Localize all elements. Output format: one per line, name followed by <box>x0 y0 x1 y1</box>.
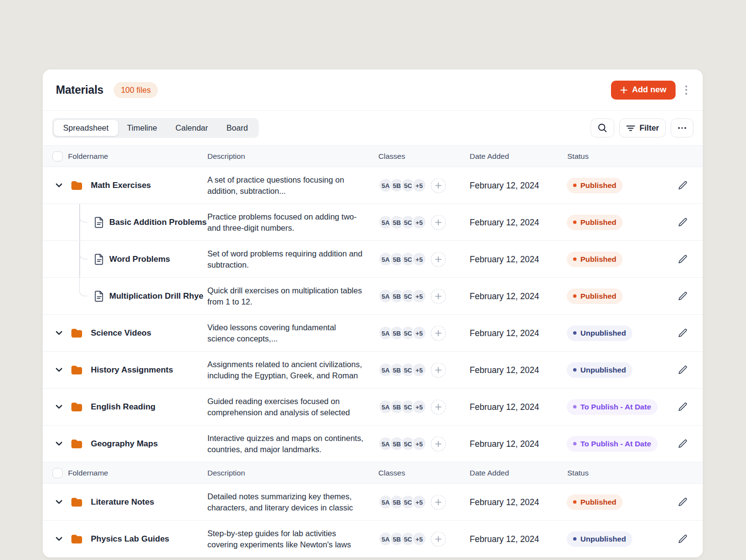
expand-toggle[interactable] <box>52 327 65 339</box>
add-class-icon <box>435 330 441 336</box>
folder-icon <box>70 180 83 191</box>
class-chip-group: 5A5B5C+5 <box>378 252 426 267</box>
row-name[interactable]: Literature Notes <box>91 497 154 507</box>
row-description: Video lessons covering fundamental scien… <box>207 315 364 351</box>
status-label: To Publish - At Date <box>580 440 651 448</box>
row-name[interactable]: English Reading <box>91 402 155 412</box>
table-row: Literature Notes Detailed notes summariz… <box>43 484 703 521</box>
add-class-icon <box>435 182 441 188</box>
add-class-button[interactable] <box>431 325 446 340</box>
column-header-description: Description <box>207 152 245 161</box>
status-label: Unpublished <box>580 329 626 338</box>
class-chip: +5 <box>412 326 426 340</box>
row-name[interactable]: Physics Lab Guides <box>91 534 170 544</box>
edit-button[interactable] <box>676 532 690 546</box>
column-header-status: Status <box>567 152 589 161</box>
status-dot <box>573 500 576 504</box>
toolbar: SpreadsheetTimelineCalendarBoard Filter <box>43 111 703 146</box>
edit-icon <box>678 291 688 302</box>
row-name[interactable]: Math Exercises <box>91 181 151 190</box>
add-class-button[interactable] <box>431 288 446 304</box>
row-name[interactable]: Geography Maps <box>91 439 158 449</box>
status-badge: Published <box>567 178 623 193</box>
status-dot <box>573 257 576 261</box>
tab-calendar[interactable]: Calendar <box>166 120 217 136</box>
kebab-menu-icon[interactable] <box>683 83 690 97</box>
row-classes: 5A5B5C+5 <box>378 178 446 193</box>
expand-toggle[interactable] <box>52 438 65 450</box>
add-class-button[interactable] <box>431 436 446 451</box>
edit-button[interactable] <box>676 400 690 414</box>
edit-button[interactable] <box>676 252 690 267</box>
table-row: Science Videos Video lessons covering fu… <box>43 315 703 352</box>
expand-toggle[interactable] <box>52 533 65 545</box>
edit-button[interactable] <box>676 215 690 230</box>
select-all-checkbox[interactable] <box>52 468 63 478</box>
edit-button[interactable] <box>676 363 690 377</box>
add-class-button[interactable] <box>431 494 446 509</box>
class-chip-group: 5A5B5C+5 <box>378 326 426 340</box>
tab-timeline[interactable]: Timeline <box>118 120 167 136</box>
row-date: February 12, 2024 <box>470 217 539 227</box>
row-classes: 5A5B5C+5 <box>378 436 446 451</box>
row-classes: 5A5B5C+5 <box>378 362 446 377</box>
edit-icon <box>678 439 688 449</box>
status-badge: Unpublished <box>567 325 632 341</box>
edit-icon <box>678 534 688 544</box>
row-name[interactable]: Multiplication Drill Rhye <box>109 291 203 301</box>
tab-board[interactable]: Board <box>217 120 257 136</box>
table-row: Word Problems Set of word problems requi… <box>43 241 703 278</box>
expand-toggle[interactable] <box>52 179 65 192</box>
add-class-button[interactable] <box>431 531 446 546</box>
edit-button[interactable] <box>676 289 690 304</box>
row-name[interactable]: Word Problems <box>109 255 170 264</box>
edit-button[interactable] <box>676 495 690 509</box>
tab-spreadsheet[interactable]: Spreadsheet <box>54 120 118 136</box>
add-class-button[interactable] <box>431 362 446 377</box>
folder-icon <box>70 534 83 544</box>
chevron-down-icon <box>55 181 63 189</box>
add-new-button[interactable]: Add new <box>611 81 676 100</box>
add-class-icon <box>435 499 441 505</box>
tree-elbow <box>79 241 87 259</box>
add-class-button[interactable] <box>431 252 446 267</box>
add-class-icon <box>435 404 441 410</box>
edit-button[interactable] <box>676 326 690 340</box>
row-date: February 12, 2024 <box>470 328 539 338</box>
status-badge: Published <box>567 494 623 510</box>
edit-button[interactable] <box>676 178 690 193</box>
row-description: A set of practice questions focusing on … <box>207 168 364 203</box>
status-dot <box>573 221 576 224</box>
expand-toggle[interactable] <box>52 496 65 509</box>
page-title: Materials <box>56 84 103 97</box>
add-class-button[interactable] <box>431 178 446 193</box>
row-description: Step-by-step guides for lab activities c… <box>207 521 364 557</box>
expand-toggle[interactable] <box>52 401 65 413</box>
row-name[interactable]: Science Videos <box>91 328 151 338</box>
file-icon <box>94 216 104 228</box>
edit-icon <box>678 497 688 508</box>
title-bar: Materials 100 files Add new <box>43 69 703 111</box>
select-all-checkbox[interactable] <box>52 151 63 161</box>
expand-toggle[interactable] <box>52 364 65 376</box>
chevron-down-icon <box>55 440 63 448</box>
chevron-down-icon <box>55 366 63 374</box>
status-dot <box>573 294 576 298</box>
row-classes: 5A5B5C+5 <box>378 215 446 230</box>
status-label: Published <box>580 181 616 190</box>
edit-icon <box>678 365 688 375</box>
edit-button[interactable] <box>676 437 690 451</box>
row-classes: 5A5B5C+5 <box>378 325 446 340</box>
add-class-icon <box>435 256 441 262</box>
row-name[interactable]: History Assignments <box>91 365 173 375</box>
filter-button[interactable]: Filter <box>619 119 666 137</box>
row-name[interactable]: Basic Addition Problems <box>109 218 207 227</box>
search-button[interactable] <box>591 119 614 137</box>
more-button[interactable] <box>671 119 694 137</box>
add-class-button[interactable] <box>431 215 446 230</box>
tree-elbow <box>79 204 87 222</box>
row-date: February 12, 2024 <box>470 497 539 507</box>
class-chip-group: 5A5B5C+5 <box>378 495 426 509</box>
table-header-row: Foldername Description Classes Date Adde… <box>43 146 703 167</box>
add-class-button[interactable] <box>431 399 446 414</box>
